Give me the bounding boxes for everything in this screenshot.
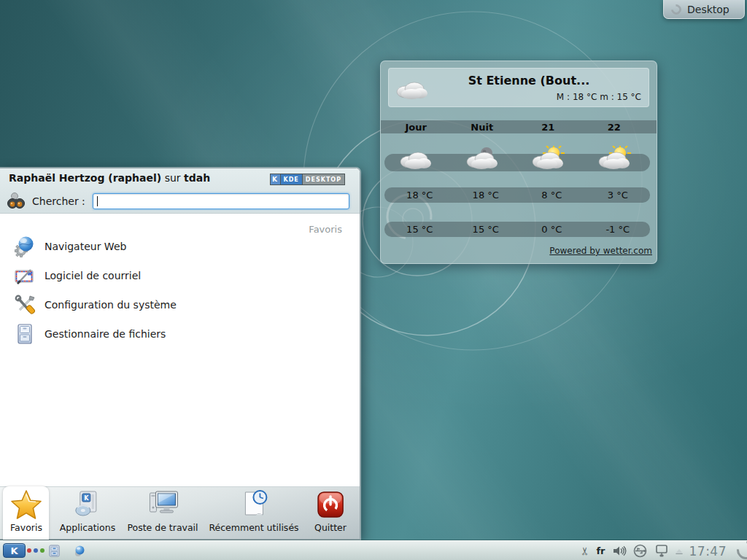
kickoff-user-line: Raphaël Hertzog (raphael) sur tdah <box>9 172 210 184</box>
text-caret <box>97 196 98 206</box>
keyboard-layout-indicator[interactable]: fr <box>596 545 605 556</box>
temp-value: 0 °C <box>541 224 562 235</box>
mail-icon <box>13 264 36 287</box>
weather-provider-link[interactable]: Powered by wetter.com <box>549 246 652 256</box>
clipboard-klipper-icon[interactable]: ✂ <box>580 546 591 556</box>
menu-item-mail-client[interactable]: Logiciel de courriel <box>0 261 360 290</box>
kickoff-menu: Raphaël Hertzog (raphael) sur tdah K KDE… <box>0 168 360 540</box>
kde-gear-icon: K <box>271 174 281 184</box>
temp-value: 8 °C <box>541 190 562 201</box>
weather-col-label: Nuit <box>471 122 493 133</box>
bottom-panel: K ✂ fr <box>0 540 747 560</box>
user-host-sep: sur <box>161 172 184 184</box>
volume-icon[interactable] <box>612 545 627 557</box>
web-browser-launcher-icon[interactable] <box>73 545 85 557</box>
weather-location-title: St Etienne (Bout... <box>428 74 630 88</box>
weather-col-label: Jour <box>406 122 427 133</box>
folder-loading-icon <box>669 2 684 17</box>
weather-day-temps: 18 °C 18 °C 8 °C 3 °C <box>384 187 650 203</box>
cloudy-icon <box>395 76 430 101</box>
weather-widget[interactable]: St Etienne (Bout... M : 18 °C m : 15 °C … <box>380 61 657 264</box>
menu-item-label: Logiciel de courriel <box>44 270 141 281</box>
system-tray: ✂ fr 17:47 <box>581 541 727 560</box>
applications-icon: K <box>71 489 104 521</box>
file-manager-launcher-icon[interactable] <box>48 545 61 557</box>
computer-icon <box>145 489 180 521</box>
user-fullname: Raphaël Hertzog (raphael) <box>9 172 161 184</box>
hostname: tdah <box>184 172 210 184</box>
temp-value: 15 °C <box>406 224 433 235</box>
temp-value: 18 °C <box>406 190 433 201</box>
sun-cloud-icon <box>597 146 631 171</box>
network-monitor-icon[interactable] <box>654 544 669 558</box>
badge-desktop-label: DESKTOP <box>303 174 344 184</box>
pager-dot-blue[interactable] <box>34 548 38 553</box>
weather-col-label: 21 <box>541 122 554 133</box>
web-browser-icon <box>13 235 36 258</box>
tab-label: Favoris <box>9 522 43 533</box>
temp-value: 3 °C <box>608 190 628 201</box>
panel-cashew-icon[interactable] <box>733 537 747 560</box>
weather-col-label: 22 <box>608 122 621 133</box>
weather-icons-row <box>381 146 657 171</box>
digital-clock[interactable]: 17:47 <box>689 544 727 559</box>
tab-label: Applications <box>60 522 115 533</box>
weather-column-headers: Jour Nuit 21 22 <box>381 120 657 133</box>
menu-item-label: Gestionnaire de fichiers <box>44 328 166 340</box>
sun-cloud-icon <box>531 146 565 171</box>
temp-value: 15 °C <box>473 224 499 235</box>
menu-item-label: Navigateur Web <box>44 241 126 252</box>
kde-desktop-badge: K KDE DESKTOP <box>270 174 346 185</box>
kickoff-tab-bar: Favoris K Applications <box>0 486 360 539</box>
kde-logo-icon: K <box>10 546 18 556</box>
desktop: Desktop St Etienne (Bout... M : 18 °C m … <box>0 0 747 560</box>
search-label: Chercher : <box>32 195 85 207</box>
desktop-pager[interactable] <box>27 548 44 553</box>
svg-text:K: K <box>84 495 89 502</box>
weather-minmax: M : 18 °C m : 15 °C <box>557 92 641 102</box>
kmenu-launcher-button[interactable]: K <box>3 543 26 558</box>
cloudy-icon <box>399 146 433 171</box>
star-icon <box>9 489 43 521</box>
weather-night-temps: 15 °C 15 °C 0 °C -1 °C <box>384 222 650 237</box>
tab-quitter[interactable]: Quitter <box>314 487 347 540</box>
menu-item-system-settings[interactable]: Configuration du système <box>0 290 360 319</box>
tray-expander-arrow-icon[interactable] <box>676 549 683 553</box>
menu-item-label: Configuration du système <box>44 299 177 311</box>
pager-dot-red[interactable] <box>27 548 31 553</box>
search-input[interactable] <box>93 193 349 209</box>
usb-device-notifier-icon[interactable] <box>633 544 647 558</box>
badge-kde-label: KDE <box>281 174 303 184</box>
power-quit-icon <box>316 490 345 521</box>
tab-poste-de-travail[interactable]: Poste de travail <box>127 487 198 540</box>
folder-view-widget[interactable]: Desktop <box>663 0 745 19</box>
folder-view-title: Desktop <box>687 4 729 15</box>
tab-label: Poste de travail <box>127 522 198 533</box>
tab-applications[interactable]: K Applications <box>60 487 115 540</box>
system-settings-icon <box>13 293 36 316</box>
tab-label: Récemment utilisés <box>209 522 298 533</box>
cloudy-night-icon <box>465 146 499 171</box>
menu-item-web-browser[interactable]: Navigateur Web <box>0 232 360 261</box>
tab-recemment-utilises[interactable]: Récemment utilisés <box>209 487 298 540</box>
tab-favoris[interactable]: Favoris <box>9 487 43 540</box>
temp-value: 18 °C <box>473 190 499 201</box>
file-manager-icon <box>13 322 36 346</box>
kickoff-favorites-view: Favoris <box>0 214 360 488</box>
pager-dot-green[interactable] <box>40 548 44 553</box>
binoculars-search-icon <box>6 191 26 211</box>
kickoff-header: Raphaël Hertzog (raphael) sur tdah K KDE… <box>0 168 360 214</box>
menu-item-file-manager[interactable]: Gestionnaire de fichiers <box>0 319 360 349</box>
kickoff-search-row: Chercher : <box>0 189 360 214</box>
temp-value: -1 °C <box>605 224 630 235</box>
recent-documents-icon <box>238 489 270 521</box>
weather-header: St Etienne (Bout... M : 18 °C m : 15 °C <box>388 68 649 107</box>
tab-label: Quitter <box>314 522 347 533</box>
